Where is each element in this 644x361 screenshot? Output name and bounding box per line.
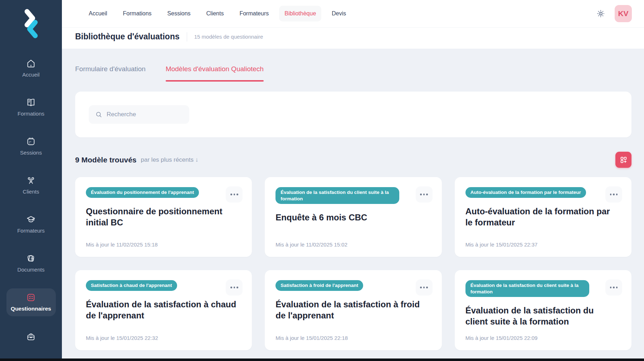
grid-plus-icon: [619, 156, 628, 164]
nav-item-bibliotheque[interactable]: Bibliothèque: [279, 6, 321, 21]
template-card[interactable]: Satisfaction à chaud de l'apprenant Éval…: [75, 270, 252, 350]
app-logo[interactable]: [18, 6, 44, 42]
template-cards-grid: Évaluation du positionnement de l'appren…: [75, 177, 631, 350]
template-category-badge: Évaluation de la satisfaction du client …: [465, 280, 589, 297]
search-input[interactable]: [107, 111, 183, 118]
more-options-icon: [230, 194, 232, 195]
documents-icon: [26, 254, 36, 263]
more-options-icon: [610, 287, 612, 288]
topbar-actions: KV: [596, 5, 632, 22]
sidebar-item-label: Documents: [18, 267, 45, 273]
more-options-icon: [616, 287, 618, 288]
more-options-icon: [236, 287, 238, 288]
template-card[interactable]: Satisfaction à froid de l'apprenant Éval…: [265, 270, 441, 350]
briefcase-icon: [26, 332, 36, 342]
questionnaire-checklist-icon: [26, 293, 36, 302]
theme-toggle-icon[interactable]: [596, 9, 605, 18]
sidebar-item-label: Formateurs: [17, 228, 45, 234]
results-sort-label[interactable]: par les plus récents ↓: [141, 156, 199, 164]
logo-chevrons-icon: [18, 6, 44, 41]
sidebar-item-formateurs[interactable]: Formateurs: [6, 210, 56, 238]
template-category-badge: Auto-évaluation de la formation par le f…: [465, 187, 586, 198]
sidebar-item-briefcase[interactable]: [6, 328, 56, 346]
calendar-icon: [26, 137, 36, 146]
page-content: Formulaire d'évaluation Modèles d'évalua…: [62, 49, 644, 361]
top-nav: Accueil Formations Sessions Clients Form…: [83, 6, 351, 21]
search-field-wrapper[interactable]: [89, 105, 189, 124]
search-icon: [95, 111, 102, 118]
more-options-icon: [420, 194, 422, 195]
template-updated-date: Mis à jour le 11/02/2025 15:02: [275, 234, 347, 248]
sidebar-item-sessions[interactable]: Sessions: [6, 132, 56, 160]
nav-item-accueil[interactable]: Accueil: [83, 6, 113, 21]
more-options-button[interactable]: [605, 186, 622, 203]
results-header: 9 Modèle trouvés par les plus récents ↓: [75, 152, 631, 168]
tab-bar: Formulaire d'évaluation Modèles d'évalua…: [75, 65, 631, 82]
sidebar-item-documents[interactable]: Documents: [6, 249, 56, 277]
sidebar-item-formations[interactable]: Formations: [6, 93, 56, 121]
more-options-icon: [234, 194, 235, 195]
tab-formulaire-evaluation[interactable]: Formulaire d'évaluation: [75, 65, 146, 82]
template-card[interactable]: Évaluation du positionnement de l'appren…: [75, 177, 252, 257]
sidebar-item-accueil[interactable]: Accueil: [6, 54, 56, 82]
user-avatar[interactable]: KV: [615, 5, 632, 22]
template-title: Évaluation de la satisfaction à chaud de…: [86, 299, 241, 321]
page-header: Bibliothèque d'évaluations 15 modèles de…: [62, 27, 644, 49]
sidebar-item-label: Sessions: [20, 150, 42, 156]
template-category-badge: Évaluation de la satisfaction du client …: [275, 187, 399, 204]
arrow-down-icon: ↓: [195, 156, 199, 163]
results-count: 9 Modèle trouvés: [75, 156, 137, 164]
more-options-icon: [423, 194, 425, 195]
more-options-button[interactable]: [226, 279, 243, 296]
template-updated-date: Mis à jour le 15/01/2025 22:32: [86, 327, 158, 341]
sidebar-item-label: Questionnaires: [11, 306, 51, 312]
template-title: Enquête à 6 mois CBC: [275, 212, 371, 223]
sort-text: par les plus récents: [141, 156, 194, 163]
template-title: Auto-évaluation de la formation par le f…: [465, 206, 621, 228]
template-updated-date: Mis à jour le 15/01/2025 22:18: [275, 327, 348, 341]
more-options-button[interactable]: [416, 186, 433, 203]
template-updated-date: Mis à jour le 15/01/2025 22:37: [465, 234, 538, 248]
template-category-badge: Satisfaction à froid de l'apprenant: [275, 280, 363, 291]
more-options-icon: [423, 287, 425, 288]
page-title: Bibliothèque d'évaluations: [75, 32, 180, 42]
top-navigation-bar: Accueil Formations Sessions Clients Form…: [62, 0, 644, 27]
more-options-button[interactable]: [416, 279, 433, 296]
page-subtitle: 15 modèles de questionnaire: [194, 34, 263, 40]
open-book-icon: [26, 98, 36, 107]
sidebar: Accueil Formations Sessions: [0, 0, 62, 361]
more-options-icon: [426, 287, 428, 288]
more-options-icon: [426, 194, 428, 195]
template-card[interactable]: Évaluation de la satisfaction du client …: [265, 177, 441, 257]
sidebar-item-questionnaires[interactable]: Questionnaires: [6, 288, 56, 316]
home-icon: [26, 59, 36, 68]
template-updated-date: Mis à jour le 11/02/2025 15:18: [86, 234, 158, 248]
template-category-badge: Évaluation du positionnement de l'appren…: [86, 187, 199, 198]
nav-item-formations[interactable]: Formations: [118, 6, 157, 21]
more-options-icon: [234, 287, 235, 288]
nav-item-sessions[interactable]: Sessions: [162, 6, 196, 21]
nav-item-formateurs[interactable]: Formateurs: [234, 6, 274, 21]
template-title: Évaluation de la satisfaction à froid de…: [275, 299, 431, 321]
more-options-icon: [616, 194, 618, 195]
more-options-button[interactable]: [605, 279, 622, 296]
nav-item-clients[interactable]: Clients: [201, 6, 229, 21]
more-options-icon: [613, 194, 615, 195]
template-title: Évaluation de la satisfaction du client …: [465, 305, 621, 327]
template-card[interactable]: Évaluation de la satisfaction du client …: [455, 270, 631, 350]
nav-item-devis[interactable]: Devis: [326, 6, 351, 21]
grid-layout-button[interactable]: [615, 152, 631, 168]
sidebar-item-clients[interactable]: Clients: [6, 171, 56, 199]
more-options-icon: [610, 194, 612, 195]
app-window: Accueil Formations Sessions: [0, 0, 644, 361]
search-panel: [75, 92, 631, 137]
template-card[interactable]: Auto-évaluation de la formation par le f…: [455, 177, 631, 257]
more-options-icon: [613, 287, 615, 288]
users-group-icon: [26, 176, 36, 185]
graduation-cap-icon: [26, 215, 36, 224]
more-options-icon: [420, 287, 422, 288]
more-options-icon: [236, 194, 238, 195]
more-options-button[interactable]: [226, 186, 243, 203]
more-options-icon: [230, 287, 232, 288]
tab-modeles-evaluation-qualiotech[interactable]: Modèles d'évaluation Qualiotech: [166, 65, 264, 82]
